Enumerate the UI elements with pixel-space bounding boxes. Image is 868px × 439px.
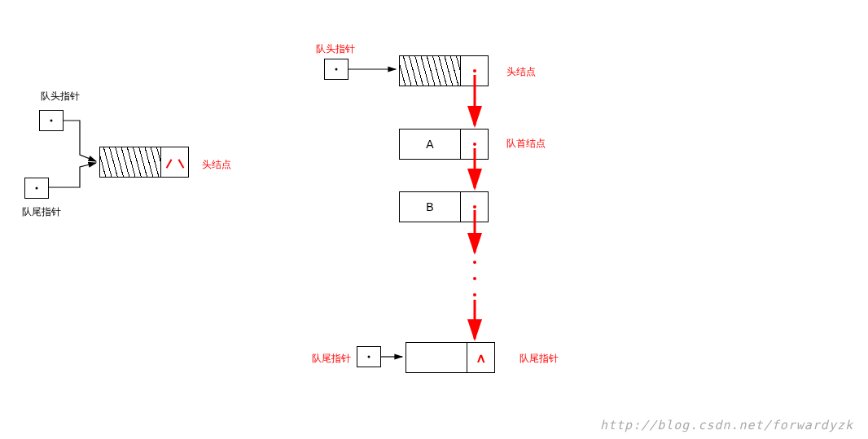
left-head-node <box>99 147 189 178</box>
right-tail-node: ʌ <box>406 342 495 373</box>
right-head-node-ptr <box>461 56 488 86</box>
right-head-ptr-label: 队头指针 <box>316 42 355 56</box>
right-tail-ptr-box <box>357 346 381 367</box>
right-head-ptr-box <box>324 59 349 80</box>
left-head-node-data <box>100 147 161 177</box>
right-head-node-label: 头结点 <box>506 65 536 79</box>
pointer-dot-icon <box>473 143 476 146</box>
left-tail-ptr-label: 队尾指针 <box>22 205 61 219</box>
left-head-node-label: 头结点 <box>202 158 231 172</box>
right-tail-ptr-label: 队尾指针 <box>312 352 351 366</box>
right-node-b-data: B <box>400 192 461 222</box>
ellipsis-dot-icon <box>473 277 476 280</box>
right-node-a: A <box>399 129 489 160</box>
right-node-a-ptr <box>461 130 488 159</box>
left-head-ptr-box <box>39 110 64 131</box>
left-head-node-ptr <box>161 147 188 177</box>
right-tail-node-label: 队尾指针 <box>519 352 559 366</box>
right-node-b-ptr <box>461 192 488 222</box>
left-head-ptr-label: 队头指针 <box>41 90 80 103</box>
watermark: http://blog.csdn.net/forwardyzk <box>600 418 853 432</box>
right-head-node <box>399 55 489 86</box>
left-tail-ptr-box <box>24 178 49 199</box>
right-first-node-label: 队首结点 <box>506 137 546 151</box>
ellipsis-dot-icon <box>473 261 476 264</box>
null-symbol-icon: ʌ <box>477 350 484 366</box>
right-head-node-data <box>400 56 461 86</box>
right-tail-node-data <box>406 343 467 372</box>
ellipsis-dot-icon <box>473 293 476 296</box>
null-symbol-icon <box>167 156 183 168</box>
right-node-b: B <box>399 191 489 222</box>
pointer-dot-icon <box>473 205 476 209</box>
pointer-dot-icon <box>473 69 476 72</box>
right-node-a-data: A <box>400 130 461 159</box>
right-tail-node-ptr: ʌ <box>467 343 494 372</box>
